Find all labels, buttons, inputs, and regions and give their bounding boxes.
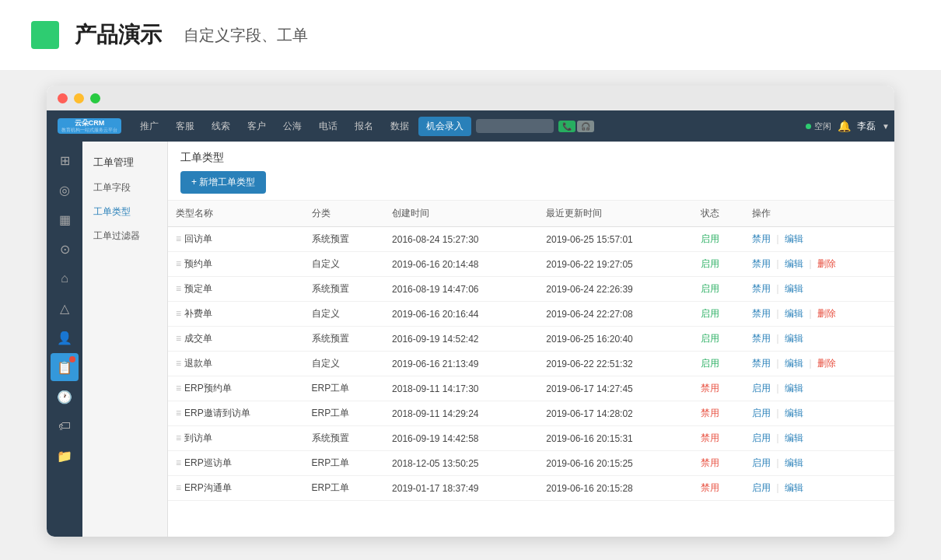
sidebar-icon-bell[interactable]: △ — [51, 294, 79, 322]
action-删除[interactable]: 删除 — [817, 258, 836, 269]
nav-item-kehu[interactable]: 客户 — [240, 110, 274, 142]
action-启用[interactable]: 启用 — [752, 482, 771, 493]
cell-category: 系统预置 — [304, 227, 385, 252]
action-separator: ｜ — [773, 457, 782, 468]
cell-category: 系统预置 — [304, 327, 385, 352]
nav-item-gonghai[interactable]: 公海 — [275, 110, 310, 142]
opportunity-button[interactable]: 机会录入 — [418, 117, 471, 136]
action-编辑[interactable]: 编辑 — [785, 333, 803, 344]
action-编辑[interactable]: 编辑 — [785, 283, 803, 294]
headset-icon[interactable]: 🎧 — [577, 121, 594, 132]
sidebar-icon-folder[interactable]: 📁 — [51, 442, 79, 470]
cell-updated: 2019-06-25 15:57:01 — [538, 227, 692, 252]
cell-updated: 2019-06-17 14:27:45 — [538, 376, 692, 401]
action-编辑[interactable]: 编辑 — [785, 457, 803, 468]
sidebar-icon-tag[interactable]: 🏷 — [51, 412, 79, 440]
action-编辑[interactable]: 编辑 — [785, 258, 803, 269]
cell-name: ≡ERP预约单 — [168, 376, 304, 401]
nav-item-xinsuo[interactable]: 线索 — [204, 110, 238, 142]
action-禁用[interactable]: 禁用 — [752, 283, 771, 294]
table-container: 类型名称 分类 创建时间 最近更新时间 状态 操作 ≡回访单系统预置2016-0… — [168, 201, 894, 537]
action-启用[interactable]: 启用 — [752, 457, 771, 468]
cell-name: ≡ERP沟通单 — [168, 476, 304, 501]
sidebar-icon-grid[interactable]: ⊞ — [51, 146, 79, 174]
sidebar-icon-compass[interactable]: ⊙ — [51, 235, 79, 263]
user-name[interactable]: 李磊 — [857, 120, 876, 133]
action-编辑[interactable]: 编辑 — [785, 383, 803, 394]
logo-box: 云朵CRM 教育机构一站式服务云平台 — [58, 118, 121, 134]
add-type-button[interactable]: + 新增工单类型 — [180, 171, 266, 194]
row-handle-icon: ≡ — [176, 258, 181, 269]
nav-item-shuju[interactable]: 数据 — [383, 110, 417, 142]
maximize-button[interactable] — [90, 93, 100, 103]
action-编辑[interactable]: 编辑 — [785, 482, 803, 493]
cell-created: 2019-06-16 20:16:44 — [384, 302, 538, 327]
cell-status: 启用 — [693, 327, 744, 352]
panel-header: 工单类型 + 新增工单类型 — [168, 142, 894, 201]
action-禁用[interactable]: 禁用 — [752, 333, 771, 344]
nav-item-tuiguang[interactable]: 推广 — [132, 110, 166, 142]
cell-name: ≡ERP邀请到访单 — [168, 401, 304, 426]
cell-actions: 禁用｜编辑｜删除 — [744, 302, 894, 327]
cell-status: 启用 — [693, 227, 744, 252]
action-删除[interactable]: 删除 — [817, 308, 836, 319]
sidebar-icon-user[interactable]: 👤 — [51, 324, 79, 352]
cell-category: ERP工单 — [304, 401, 385, 426]
action-编辑[interactable]: 编辑 — [785, 308, 803, 319]
action-separator: ｜ — [773, 308, 782, 319]
nav-item-baoming[interactable]: 报名 — [347, 110, 381, 142]
close-button[interactable] — [58, 93, 68, 103]
action-编辑[interactable]: 编辑 — [785, 432, 803, 443]
action-separator: ｜ — [773, 258, 782, 269]
action-启用[interactable]: 启用 — [752, 432, 771, 443]
action-禁用[interactable]: 禁用 — [752, 233, 771, 244]
cell-category: 系统预置 — [304, 277, 385, 302]
header-icon — [31, 21, 59, 49]
cell-name: ≡ERP巡访单 — [168, 451, 304, 476]
sidebar-icon-home[interactable]: ⌂ — [51, 264, 79, 292]
sub-sidebar-item-types[interactable]: 工单类型 — [82, 200, 167, 224]
cell-updated: 2019-06-16 20:15:28 — [538, 476, 692, 501]
cell-created: 2019-06-16 21:13:49 — [384, 352, 538, 376]
table-row: ≡预定单系统预置2016-08-19 14:47:062019-06-24 22… — [168, 277, 894, 302]
sub-sidebar-item-filter[interactable]: 工单过滤器 — [82, 224, 167, 248]
action-启用[interactable]: 启用 — [752, 383, 771, 394]
sidebar-icon-clock[interactable]: 🕐 — [51, 383, 79, 411]
sidebar-icon-chart[interactable]: ▦ — [51, 205, 79, 233]
cell-updated: 2019-06-24 22:27:08 — [538, 302, 692, 327]
action-separator: ｜ — [773, 283, 782, 294]
action-编辑[interactable]: 编辑 — [785, 233, 803, 244]
nav-item-dianhua[interactable]: 电话 — [311, 110, 345, 142]
action-编辑[interactable]: 编辑 — [785, 408, 803, 418]
sidebar-icon-shield[interactable]: ◎ — [51, 176, 79, 204]
nav-search-input[interactable] — [476, 119, 554, 133]
row-handle-icon: ≡ — [176, 457, 181, 468]
cell-category: 系统预置 — [304, 426, 385, 451]
cell-status: 禁用 — [693, 426, 744, 451]
nav-right-icons: 空闲 🔔 李磊 ▼ — [806, 120, 890, 133]
cell-status: 启用 — [693, 302, 744, 327]
action-禁用[interactable]: 禁用 — [752, 308, 771, 319]
action-启用[interactable]: 启用 — [752, 408, 771, 418]
cell-name: ≡补费单 — [168, 302, 304, 327]
cell-created: 2018-09-11 14:17:30 — [384, 376, 538, 401]
action-删除[interactable]: 删除 — [817, 358, 836, 369]
cell-created: 2016-09-19 14:52:42 — [384, 327, 538, 352]
bell-nav-icon[interactable]: 🔔 — [838, 120, 851, 132]
nav-item-kefu[interactable]: 客服 — [168, 110, 202, 142]
cell-status: 禁用 — [693, 401, 744, 426]
action-编辑[interactable]: 编辑 — [785, 358, 803, 369]
user-dropdown-icon[interactable]: ▼ — [882, 122, 890, 131]
cell-category: ERP工单 — [304, 376, 385, 401]
action-禁用[interactable]: 禁用 — [752, 358, 771, 369]
cell-status: 禁用 — [693, 376, 744, 401]
phone-icon[interactable]: 📞 — [558, 121, 575, 132]
minimize-button[interactable] — [74, 93, 84, 103]
row-handle-icon: ≡ — [176, 283, 181, 294]
cell-name: ≡预定单 — [168, 277, 304, 302]
col-created: 创建时间 — [384, 201, 538, 227]
action-separator: ｜ — [806, 258, 815, 269]
sub-sidebar-item-fields[interactable]: 工单字段 — [82, 176, 167, 200]
action-禁用[interactable]: 禁用 — [752, 258, 771, 269]
sidebar-icon-workorder[interactable]: 📋 — [51, 353, 79, 381]
